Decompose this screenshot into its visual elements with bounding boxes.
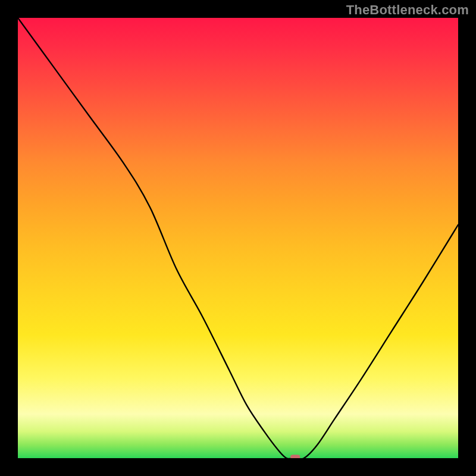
chart-frame: TheBottleneck.com	[0, 0, 476, 476]
optimal-point-marker	[290, 455, 300, 458]
chart-svg	[18, 18, 458, 458]
watermark-text: TheBottleneck.com	[346, 2, 469, 18]
plot-area	[18, 18, 458, 458]
bottleneck-curve	[18, 18, 458, 458]
